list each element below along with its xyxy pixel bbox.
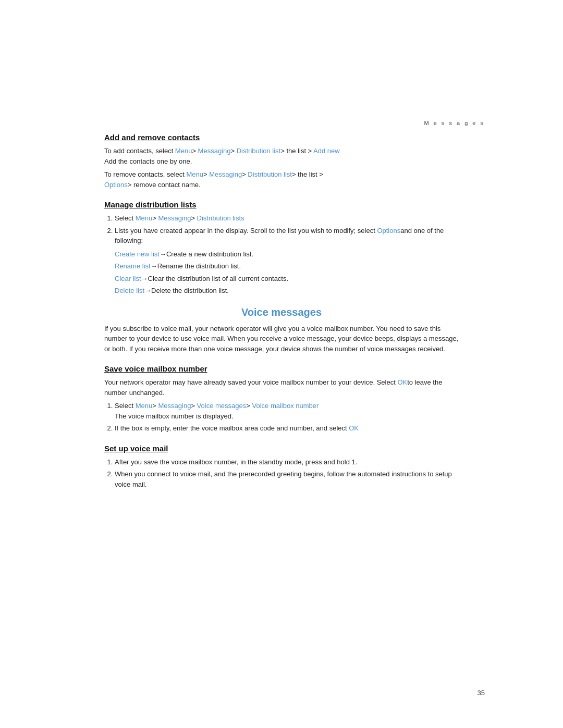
sv-item1-line2: The voice mailbox number is displayed. [115, 412, 234, 420]
sv-item1-before: Select [115, 402, 136, 410]
link-options-2[interactable]: Options [377, 227, 400, 235]
link-menu-3[interactable]: Menu [136, 214, 153, 222]
link-addnew[interactable]: Add new [313, 147, 340, 155]
link-messaging-1[interactable]: Messaging [198, 147, 231, 155]
manage-bullets: Create new list→Create a new distributio… [104, 249, 459, 296]
link-menu-1[interactable]: Menu [175, 147, 192, 155]
para2-after: > the list > [292, 170, 323, 178]
setup-voice-list: After you save the voice mailbox number,… [115, 457, 459, 490]
link-messaging-2[interactable]: Messaging [209, 170, 242, 178]
page-header: M e s s a g e s [424, 120, 485, 126]
page: M e s s a g e s Add and remove contacts … [0, 0, 563, 728]
add-remove-para2: To remove contacts, select Menu> Messagi… [104, 169, 459, 190]
arrow-5: > [152, 214, 158, 222]
add-remove-para1: To add contacts, select Menu> Messaging>… [104, 146, 459, 166]
link-menu-2[interactable]: Menu [187, 170, 204, 178]
manage-item-2: Lists you have created appear in the dis… [115, 226, 459, 246]
manage-item2-text: Lists you have created appear in the dis… [115, 227, 377, 235]
page-number: 35 [478, 689, 485, 697]
bullet-text: Create a new distribution list. [166, 250, 253, 258]
voice-messages-title: Voice messages [104, 306, 459, 318]
section-manage: Manage distribution lists Select Menu> M… [104, 200, 459, 296]
manage-bullet-item: Create new list→Create a new distributio… [115, 249, 459, 260]
section-setup-voice: Set up voice mail After you save the voi… [104, 444, 459, 490]
link-options-1[interactable]: Options [104, 181, 128, 189]
link-voicemessages[interactable]: Voice messages [197, 402, 247, 410]
bullet-text: Delete the distribution list. [151, 287, 229, 294]
para1-after: > the list > [280, 147, 313, 155]
arrow-4: > [242, 170, 248, 178]
setup-voice-item-2: When you connect to voice mail, and the … [115, 469, 459, 489]
bullet-link[interactable]: Delete list [115, 287, 144, 294]
section-voice-messages: Voice messages If you subscribe to voice… [104, 306, 459, 354]
bullet-arrow: → [160, 250, 166, 258]
manage-bullet-item: Clear list→Clear the distribution list o… [115, 274, 459, 284]
link-messaging-3[interactable]: Messaging [158, 214, 191, 222]
link-voicemailboxnumber[interactable]: Voice mailbox number [252, 402, 319, 410]
bullet-text: Clear the distribution list of all curre… [148, 275, 289, 282]
arrow-8: > [191, 402, 197, 410]
para2-before: To remove contacts, select [104, 170, 187, 178]
bullet-arrow: → [151, 262, 157, 270]
bullet-link[interactable]: Create new list [115, 250, 160, 258]
para1-line2: Add the contacts one by one. [104, 157, 192, 165]
section-add-remove: Add and remove contacts To add contacts,… [104, 133, 459, 190]
section-save-voice: Save voice mailbox number Your network o… [104, 364, 459, 434]
link-ok-2[interactable]: OK [349, 424, 359, 432]
setup-voice-item-1: After you save the voice mailbox number,… [115, 457, 459, 467]
arrow-9: > [246, 402, 252, 410]
bullet-arrow: → [144, 287, 151, 294]
add-para1-before: To add contacts, select [104, 147, 175, 155]
save-voice-item-1: Select Menu> Messaging> Voice messages> … [115, 401, 459, 421]
link-messaging-4[interactable]: Messaging [158, 402, 191, 410]
manage-title: Manage distribution lists [104, 200, 459, 209]
sv-item2-before: If the box is empty, enter the voice mai… [115, 424, 349, 432]
link-distlist-2[interactable]: Distribution list [248, 170, 292, 178]
save-voice-title: Save voice mailbox number [104, 364, 459, 373]
voice-messages-para: If you subscribe to voice mail, your net… [104, 324, 459, 354]
manage-bullet-item: Rename list→Rename the distribution list… [115, 261, 459, 272]
save-voice-item-2: If the box is empty, enter the voice mai… [115, 423, 459, 434]
manage-item1-before: Select [115, 214, 136, 222]
save-voice-list: Select Menu> Messaging> Voice messages> … [115, 401, 459, 434]
arrow-2: > [230, 147, 236, 155]
manage-item-1: Select Menu> Messaging> Distribution lis… [115, 213, 459, 224]
setup-voice-title: Set up voice mail [104, 444, 459, 453]
save-voice-para-before: Your network operator may have already s… [104, 378, 397, 386]
arrow-3: > [203, 170, 209, 178]
arrow-6: > [191, 214, 197, 222]
add-remove-title: Add and remove contacts [104, 133, 459, 142]
manage-bullet-item: Delete list→Delete the distribution list… [115, 286, 459, 296]
save-voice-para: Your network operator may have already s… [104, 377, 459, 398]
para2-line2-end: > remove contact name. [128, 181, 201, 189]
link-ok-1[interactable]: OK [397, 378, 407, 386]
link-menu-4[interactable]: Menu [136, 402, 153, 410]
bullet-text: Rename the distribution list. [157, 262, 241, 270]
bullet-arrow: → [141, 275, 148, 282]
arrow-7: > [152, 402, 158, 410]
content-area: Add and remove contacts To add contacts,… [104, 133, 459, 500]
link-distlists[interactable]: Distribution lists [197, 214, 244, 222]
link-distlist-1[interactable]: Distribution list [237, 147, 281, 155]
manage-list: Select Menu> Messaging> Distribution lis… [115, 213, 459, 246]
bullet-link[interactable]: Rename list [115, 262, 151, 270]
bullet-link[interactable]: Clear list [115, 275, 141, 282]
arrow-1: > [192, 147, 198, 155]
